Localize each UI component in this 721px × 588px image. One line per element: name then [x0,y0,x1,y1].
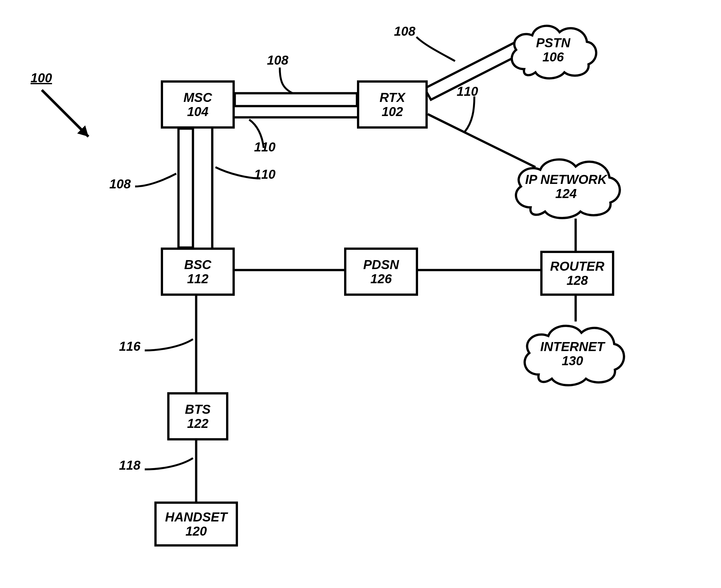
node-bts-num: 122 [187,416,209,430]
edge-label-text: 110 [457,84,478,98]
edge-label-108-pstn: 108 [394,24,415,39]
node-internet-num: 130 [562,354,583,368]
edge-label-text: 108 [267,53,288,67]
edge-label-110-mid: 110 [254,140,275,154]
node-pstn-num: 106 [542,50,564,64]
node-bsc-name: BSC [184,257,211,272]
edge-label-118: 118 [119,458,141,472]
edge-label-text: 108 [394,24,415,38]
node-router-num: 128 [566,273,588,288]
node-rtx-name: RTX [379,90,405,104]
svg-marker-13 [77,125,88,136]
node-bsc: BSC 112 [161,248,235,296]
node-pdsn-num: 126 [370,272,392,286]
edge-label-text: 118 [119,458,141,472]
node-msc-num: 104 [187,104,209,119]
node-bsc-num: 112 [187,272,209,286]
edge-label-116: 116 [119,339,141,354]
node-msc: MSC 104 [161,80,235,129]
node-handset: HANDSET 120 [154,502,238,547]
svg-line-12 [42,90,88,136]
node-ipnet: IP NETWORK 124 [508,151,624,222]
figure-ref-text: 100 [30,71,52,85]
edge-label-text: 110 [254,140,275,154]
figure-ref-label: 100 [30,71,52,85]
node-ipnet-num: 124 [555,187,577,201]
node-bts-name: BTS [185,402,211,416]
node-ipnet-name: IP NETWORK [525,172,607,187]
node-pdsn-name: PDSN [363,257,399,272]
node-pstn-name: PSTN [536,36,571,50]
edge-label-108-left: 108 [109,177,131,191]
node-router: ROUTER 128 [540,251,614,296]
edge-label-110-right: 110 [254,167,275,182]
node-bts: BTS 122 [167,392,228,440]
node-rtx: RTX 102 [357,80,428,129]
node-internet-name: INTERNET [540,339,604,354]
edge-label-text: 110 [254,167,275,181]
node-internet: INTERNET 130 [518,318,627,389]
node-pdsn: PDSN 126 [344,248,418,296]
svg-rect-0 [235,93,357,106]
edge-label-108-top: 108 [267,53,288,67]
edge-label-text: 116 [119,339,141,353]
node-handset-name: HANDSET [165,510,227,524]
node-handset-num: 120 [186,524,207,538]
edge-label-110-ip: 110 [457,84,478,99]
node-router-name: ROUTER [550,259,604,273]
diagram-canvas: 100 MSC 104 RTX 102 BSC 112 PDSN 126 ROU… [0,0,721,588]
svg-rect-4 [179,129,193,248]
edge-label-text: 108 [109,177,131,191]
node-rtx-num: 102 [382,104,403,119]
node-pstn: PSTN 106 [505,18,601,82]
node-msc-name: MSC [184,90,212,104]
